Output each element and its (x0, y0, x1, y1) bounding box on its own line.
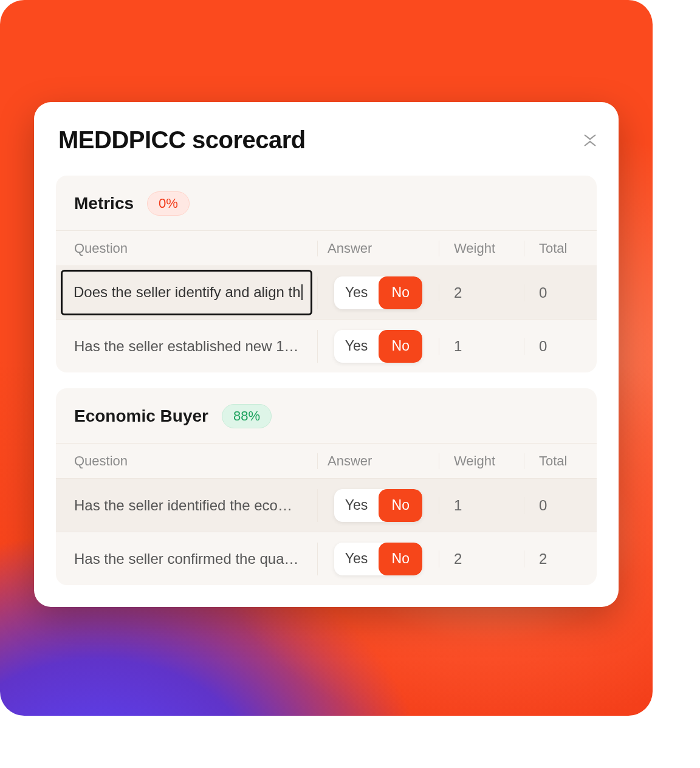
col-header-weight: Weight (439, 453, 524, 469)
text-cursor (301, 284, 303, 300)
question-input[interactable]: Does the seller identify and align th (61, 270, 312, 315)
toggle-no[interactable]: No (379, 543, 422, 575)
section-header: Metrics 0% (56, 176, 597, 230)
toggle-yes[interactable]: Yes (334, 543, 379, 575)
table-row: Has the seller confirmed the quantif… Ye… (56, 532, 597, 585)
question-cell[interactable]: Does the seller identify and align th (56, 266, 317, 319)
question-text: Has the seller established new 1st p… (74, 338, 299, 355)
section-metrics: Metrics 0% Question Answer Weight Total … (56, 176, 597, 372)
table-header-row: Question Answer Weight Total (56, 443, 597, 478)
question-cell[interactable]: Has the seller confirmed the quantif… (56, 550, 317, 567)
col-header-answer: Answer (317, 241, 439, 256)
gradient-backdrop: MEDDPICC scorecard Metrics 0% Question A… (0, 0, 653, 716)
total-value: 0 (524, 284, 597, 301)
table-row: Has the seller established new 1st p… Ye… (56, 319, 597, 372)
yes-no-toggle[interactable]: Yes No (334, 276, 423, 309)
toggle-no[interactable]: No (379, 276, 422, 309)
section-title: Metrics (74, 194, 134, 213)
question-cell[interactable]: Has the seller identified the econo… (56, 497, 317, 514)
question-text: Has the seller identified the econo… (74, 497, 299, 514)
weight-value: 2 (439, 284, 524, 301)
section-header: Economic Buyer 88% (56, 388, 597, 443)
chevron-down-icon (583, 134, 597, 140)
weight-value: 1 (439, 338, 524, 355)
total-value: 0 (524, 338, 597, 355)
card-title: MEDDPICC scorecard (58, 126, 306, 154)
toggle-no[interactable]: No (379, 489, 422, 522)
table-row: Does the seller identify and align th Ye… (56, 266, 597, 319)
col-header-question: Question (56, 453, 317, 469)
yes-no-toggle[interactable]: Yes No (334, 330, 423, 363)
toggle-no[interactable]: No (379, 330, 422, 363)
toggle-yes[interactable]: Yes (334, 276, 379, 309)
yes-no-toggle[interactable]: Yes No (334, 489, 423, 522)
question-text: Does the seller identify and align th (74, 284, 301, 300)
col-header-answer: Answer (317, 453, 439, 469)
section-title: Economic Buyer (74, 406, 208, 426)
col-header-total: Total (524, 453, 597, 469)
answer-cell: Yes No (317, 489, 439, 522)
total-value: 0 (524, 497, 597, 514)
toggle-yes[interactable]: Yes (334, 489, 379, 522)
percent-badge: 0% (147, 191, 190, 216)
table-row: Has the seller identified the econo… Yes… (56, 478, 597, 532)
card-header: MEDDPICC scorecard (56, 126, 597, 154)
scorecard-card: MEDDPICC scorecard Metrics 0% Question A… (34, 102, 619, 607)
table-header-row: Question Answer Weight Total (56, 230, 597, 266)
question-text: Has the seller confirmed the quantif… (74, 550, 299, 567)
yes-no-toggle[interactable]: Yes No (334, 543, 423, 575)
answer-cell: Yes No (317, 543, 439, 575)
col-header-question: Question (56, 241, 317, 256)
col-header-weight: Weight (439, 241, 524, 256)
section-economic-buyer: Economic Buyer 88% Question Answer Weigh… (56, 388, 597, 585)
total-value: 2 (524, 550, 597, 567)
weight-value: 1 (439, 497, 524, 514)
question-cell[interactable]: Has the seller established new 1st p… (56, 338, 317, 355)
col-header-total: Total (524, 241, 597, 256)
collapse-button[interactable] (583, 134, 597, 147)
toggle-yes[interactable]: Yes (334, 330, 379, 363)
answer-cell: Yes No (317, 330, 439, 363)
percent-badge: 88% (222, 404, 272, 428)
chevron-up-icon (583, 140, 597, 147)
answer-cell: Yes No (317, 276, 439, 309)
weight-value: 2 (439, 550, 524, 567)
